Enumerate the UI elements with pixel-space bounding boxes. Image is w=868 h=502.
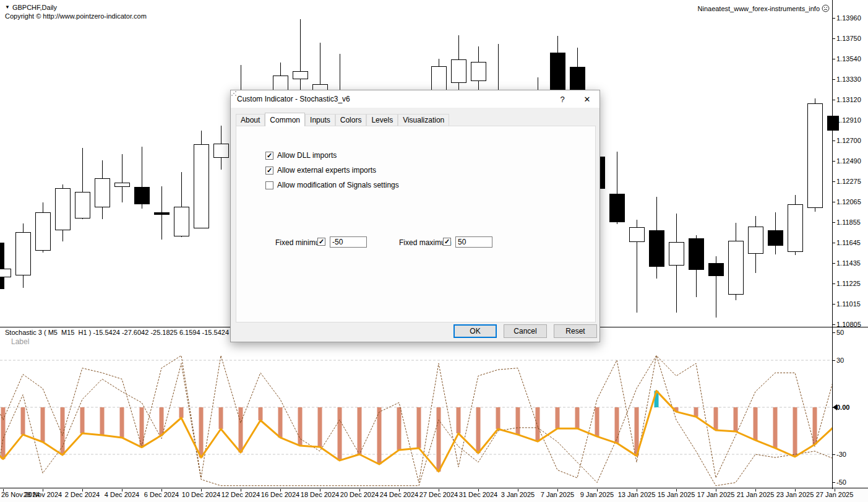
- indicator-title: Stochastic 3 ( M5 M15 H1 ) -15.5424 -27.…: [5, 329, 229, 336]
- checkbox-unchecked[interactable]: [265, 181, 273, 189]
- indicator-settings-dialog: Custom Indicator - Stochastic3_v6 ? ✕ Ab…: [230, 90, 600, 342]
- candle: [213, 126, 228, 170]
- axis-tick: [832, 18, 835, 19]
- date-label: 27 Dec 2024: [419, 491, 458, 498]
- stoch-bar-down: [21, 407, 25, 435]
- stoch-bar-down: [714, 407, 718, 430]
- watermark-label: Ninaeatest_www_forex-instruments_info: [698, 4, 830, 12]
- axis-tick: [832, 59, 835, 59]
- stoch-bar-down: [338, 407, 342, 461]
- date-label: 27 Jan 2025: [816, 491, 854, 498]
- tab-colors[interactable]: Colors: [335, 114, 367, 126]
- candle: [451, 35, 466, 97]
- tab-visualization[interactable]: Visualization: [398, 114, 449, 126]
- stoch-bar-down: [80, 407, 85, 433]
- axis-tick: [832, 263, 835, 264]
- candle: [134, 147, 149, 209]
- stoch-h1-dashed: [0, 355, 832, 485]
- stoch-bar-down: [259, 407, 263, 420]
- date-axis[interactable]: 26 Nov 202428 Nov 20242 Dec 20244 Dec 20…: [0, 489, 868, 502]
- cancel-button[interactable]: Cancel: [504, 324, 547, 338]
- stoch-bar-down: [318, 407, 322, 447]
- stoch-bar-down: [773, 407, 778, 448]
- date-label: 16 Dec 2024: [261, 491, 299, 498]
- help-button[interactable]: ?: [550, 90, 575, 108]
- stoch-bar-down: [199, 407, 204, 457]
- axis-tick: [832, 202, 835, 202]
- stoch-bar-down: [239, 407, 243, 452]
- price-axis-divider: [832, 0, 833, 489]
- axis-tick-label: 50: [836, 329, 844, 336]
- axis-tick: [832, 161, 835, 162]
- date-label: 4 Dec 2024: [105, 491, 139, 498]
- stoch-bar-down: [615, 407, 619, 443]
- axis-tick-label: -30: [836, 451, 846, 458]
- ok-button[interactable]: OK: [453, 324, 497, 338]
- fixed-minimum-input[interactable]: [330, 236, 367, 248]
- stoch-bar-down: [1, 407, 6, 459]
- resize-grip[interactable]: [231, 90, 237, 97]
- date-label: 15 Jan 2025: [658, 491, 695, 498]
- tab-common[interactable]: Common: [265, 113, 305, 126]
- indicator-bottom-border: [0, 488, 868, 488]
- axis-tick: [832, 243, 835, 243]
- axis-tick-label: 1.13330: [836, 76, 861, 83]
- candle: [728, 223, 743, 300]
- stochastic-indicator-chart[interactable]: [0, 328, 832, 488]
- checkbox-row: ✓Allow external experts imports: [265, 166, 376, 175]
- stoch-bar-down: [160, 407, 164, 435]
- fixed-maximum-input[interactable]: [455, 236, 492, 248]
- stoch-bar-down: [417, 407, 421, 448]
- date-label: 31 Dec 2024: [459, 491, 497, 498]
- date-label: 28 Nov 2024: [24, 491, 62, 498]
- fixed-minimum-checkbox[interactable]: ✓: [317, 238, 325, 246]
- axis-tick: [832, 332, 835, 333]
- axis-tick-label: 1.11855: [836, 219, 861, 226]
- candle: [768, 212, 783, 254]
- candle: [154, 186, 169, 240]
- axis-tick: [832, 324, 835, 325]
- stoch-m15-dashed: [0, 355, 832, 482]
- fixed-maximum-checkbox[interactable]: ✓: [443, 238, 451, 246]
- chevron-down-icon[interactable]: ▼: [5, 5, 10, 10]
- date-label: 23 Jan 2025: [776, 491, 814, 498]
- candle: [788, 195, 802, 255]
- indicator-object-label[interactable]: Label: [11, 337, 29, 346]
- date-label: 18 Dec 2024: [301, 491, 339, 498]
- axis-tick-label: 30: [836, 357, 844, 364]
- chart-window: ▼ GBPCHF,Daily Copyright © http://www.po…: [0, 0, 868, 502]
- axis-tick-label: 1.12700: [836, 137, 861, 144]
- axis-tick: [832, 222, 835, 223]
- symbol-period-label[interactable]: ▼ GBPCHF,Daily: [5, 4, 57, 11]
- axis-tick: [832, 38, 835, 39]
- axis-tick: [832, 454, 835, 455]
- tab-inputs[interactable]: Inputs: [305, 114, 335, 126]
- axis-tick: [832, 181, 835, 182]
- checkbox-checked[interactable]: ✓: [265, 167, 273, 175]
- sad-face-icon: [822, 4, 830, 12]
- reset-button[interactable]: Reset: [554, 324, 597, 338]
- stoch-bar-down: [219, 407, 223, 429]
- axis-tick: [832, 482, 835, 483]
- current-price-marker: [833, 116, 839, 131]
- candle: [708, 256, 723, 318]
- date-label: 3 Jan 2025: [501, 491, 535, 498]
- candle: [75, 148, 90, 219]
- axis-tick: [832, 360, 835, 361]
- dialog-tabs: AboutCommonInputsColorsLevelsVisualizati…: [236, 113, 595, 126]
- dialog-titlebar[interactable]: Custom Indicator - Stochastic3_v6 ? ✕: [231, 90, 599, 108]
- date-label: 12 Dec 2024: [221, 491, 260, 498]
- candle: [35, 202, 50, 253]
- candle: [827, 106, 832, 210]
- stoch-bar-down: [575, 407, 580, 428]
- tab-levels[interactable]: Levels: [366, 114, 398, 126]
- candle: [669, 214, 684, 313]
- date-label: 2 Dec 2024: [65, 491, 100, 498]
- close-icon[interactable]: ✕: [575, 90, 599, 108]
- tab-about[interactable]: About: [236, 114, 265, 126]
- checkbox-label: Allow modification of Signals settings: [277, 181, 399, 189]
- candle: [609, 152, 624, 224]
- axis-tick: [832, 304, 835, 305]
- checkbox-checked[interactable]: ✓: [265, 152, 273, 160]
- axis-tick-label: 1.11645: [836, 239, 861, 246]
